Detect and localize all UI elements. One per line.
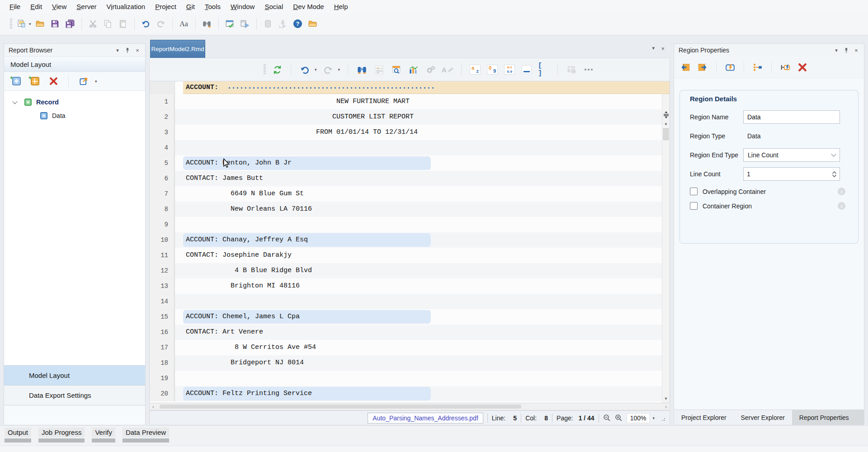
validate-window-button[interactable] — [224, 18, 236, 30]
report-line[interactable]: 7 6649 N Blue Gum St — [150, 186, 662, 202]
report-line[interactable]: 18 Bridgeport NJ 8014 — [150, 355, 662, 371]
menu-item-edit[interactable]: Edit — [25, 1, 47, 12]
zoom-in-button[interactable] — [615, 414, 623, 422]
statistics-button[interactable] — [407, 64, 419, 75]
right-panel-tab[interactable]: Project Explorer — [674, 410, 734, 425]
export-dropdown[interactable]: ▾ — [95, 79, 97, 84]
scroll-down-icon[interactable]: ▼ — [662, 396, 670, 401]
save-button[interactable] — [49, 18, 61, 30]
mark-alphanumeric-button[interactable]: a-z0-9 — [504, 64, 515, 75]
open-button[interactable] — [34, 18, 46, 30]
vertical-scroll-thumb[interactable] — [663, 128, 669, 140]
copy-button[interactable] — [102, 18, 114, 30]
report-line[interactable]: 1 NEW FURTINURE MART — [150, 94, 662, 109]
menu-item-virtualization[interactable]: Virtualization — [102, 1, 151, 12]
region-name-input[interactable] — [743, 110, 840, 124]
editor-redo-button[interactable] — [322, 64, 334, 75]
line-count-spinner[interactable]: 1 — [743, 167, 840, 181]
checkbox[interactable] — [690, 202, 698, 210]
refresh-button[interactable] — [271, 64, 283, 75]
menu-item-tools[interactable]: Tools — [200, 1, 226, 12]
menu-item-git[interactable]: Git — [181, 1, 200, 12]
database-button[interactable] — [262, 18, 274, 30]
region-end-type-select[interactable]: Line Count — [743, 148, 840, 162]
region-header-row[interactable]: ACCOUNT: — [150, 81, 670, 94]
run-report-button[interactable] — [239, 18, 251, 30]
bottom-tab[interactable]: Output — [5, 428, 31, 443]
bottom-tab[interactable]: Verify — [92, 428, 115, 443]
report-line[interactable]: 9 — [150, 217, 662, 232]
tab-reportmodel2[interactable]: ReportModel2.Rmd — [150, 40, 205, 58]
menu-item-dev-mode[interactable]: Dev Mode — [288, 1, 329, 12]
cut-button[interactable] — [87, 18, 99, 30]
zoom-out-button[interactable] — [603, 414, 611, 422]
spinner-buttons[interactable] — [832, 171, 836, 177]
pin-icon[interactable] — [123, 46, 132, 54]
mark-blank-button[interactable] — [521, 64, 533, 75]
tree-item-data[interactable]: Data — [4, 109, 145, 122]
report-line[interactable]: 10 ACCOUNT: Chanay, Jeffrey A Esq — [150, 232, 662, 248]
resize-grip[interactable] — [660, 415, 665, 421]
menu-item-help[interactable]: Help — [329, 1, 353, 12]
undo-button[interactable] — [140, 18, 152, 30]
undo-dropdown[interactable]: ▾ — [315, 67, 317, 72]
checkbox[interactable] — [690, 188, 698, 195]
report-line[interactable]: 5 ACCOUNT: Benton, John B Jr — [150, 155, 662, 171]
close-panel-icon[interactable]: × — [852, 46, 860, 54]
redo-button[interactable] — [155, 18, 167, 30]
menu-item-project[interactable]: Project — [150, 1, 181, 12]
vertical-scrollbar[interactable]: ▲ ▼ — [662, 94, 670, 403]
edit-text-button[interactable]: A — [442, 64, 453, 75]
report-line[interactable]: 14 — [150, 294, 662, 309]
next-region-button[interactable] — [697, 61, 708, 73]
open-project-button[interactable] — [307, 18, 319, 30]
horizontal-scrollbar[interactable]: ‹ › — [149, 403, 670, 410]
region-fields-button[interactable] — [752, 61, 764, 73]
tree-item-record[interactable]: Record — [4, 95, 145, 109]
report-line[interactable]: 13 Brighton MI 48116 — [150, 278, 662, 294]
toolbar-grip[interactable] — [10, 19, 12, 29]
add-record-button[interactable]: + — [10, 75, 22, 87]
report-line[interactable]: 11 CONTACT: Josephine Darakjy — [150, 248, 662, 263]
scroll-left-icon[interactable]: ‹ — [150, 404, 157, 410]
toolbar-grip[interactable] — [264, 64, 266, 75]
zoom-level[interactable]: 100% — [627, 413, 650, 423]
close-panel-icon[interactable]: × — [133, 46, 142, 54]
report-line[interactable]: 16 CONTACT: Art Venere — [150, 325, 662, 340]
tab-close-icon[interactable]: × — [661, 45, 665, 52]
editor-undo-button[interactable] — [299, 64, 311, 75]
report-line[interactable]: 20 ACCOUNT: Feltz Printing Service — [150, 386, 662, 401]
import-button[interactable] — [277, 18, 289, 30]
menu-item-social[interactable]: Social — [259, 1, 288, 12]
menu-item-window[interactable]: Window — [226, 1, 259, 12]
bottom-tab[interactable]: Job Progress — [38, 428, 85, 443]
report-line[interactable]: 8 New Orleans LA 70116 — [150, 202, 662, 217]
bottom-tab[interactable]: Data Preview — [123, 428, 169, 443]
report-line[interactable]: 2 CUSTOMER LIST REPORT — [150, 109, 662, 125]
verify-table-button[interactable] — [566, 64, 577, 75]
delete-node-button[interactable] — [47, 75, 59, 87]
font-button[interactable]: Aa — [178, 18, 190, 30]
mark-alpha-button[interactable]: az — [469, 64, 481, 75]
collapse-chevron-icon[interactable] — [12, 99, 17, 104]
mark-numeric-button[interactable]: 09 — [486, 64, 498, 75]
report-line[interactable]: 19 — [150, 371, 662, 386]
more-tools-button[interactable] — [583, 64, 594, 75]
menu-item-server[interactable]: Server — [71, 1, 101, 12]
save-all-button[interactable] — [64, 18, 76, 30]
horizontal-scroll-thumb[interactable] — [160, 405, 521, 409]
add-table-button[interactable]: + — [29, 75, 41, 87]
report-line[interactable]: 17 8 W Cerritos Ave #54 — [150, 340, 662, 355]
panel-menu-icon[interactable]: ▾ — [832, 46, 840, 54]
paste-button[interactable] — [117, 18, 129, 30]
scroll-up-icon[interactable]: ▲ — [662, 121, 670, 126]
left-nav-button[interactable]: Data Export Settings — [4, 385, 145, 405]
export-model-button[interactable] — [78, 75, 90, 87]
editor-find-button[interactable] — [356, 64, 368, 75]
new-report-dropdown[interactable]: ▾ — [29, 22, 31, 26]
model-settings-button[interactable] — [425, 64, 436, 75]
find-button[interactable] — [201, 18, 213, 30]
splitter-icon[interactable] — [663, 111, 669, 118]
field-settings-button[interactable] — [373, 64, 385, 75]
report-line[interactable]: 4 — [150, 140, 662, 155]
